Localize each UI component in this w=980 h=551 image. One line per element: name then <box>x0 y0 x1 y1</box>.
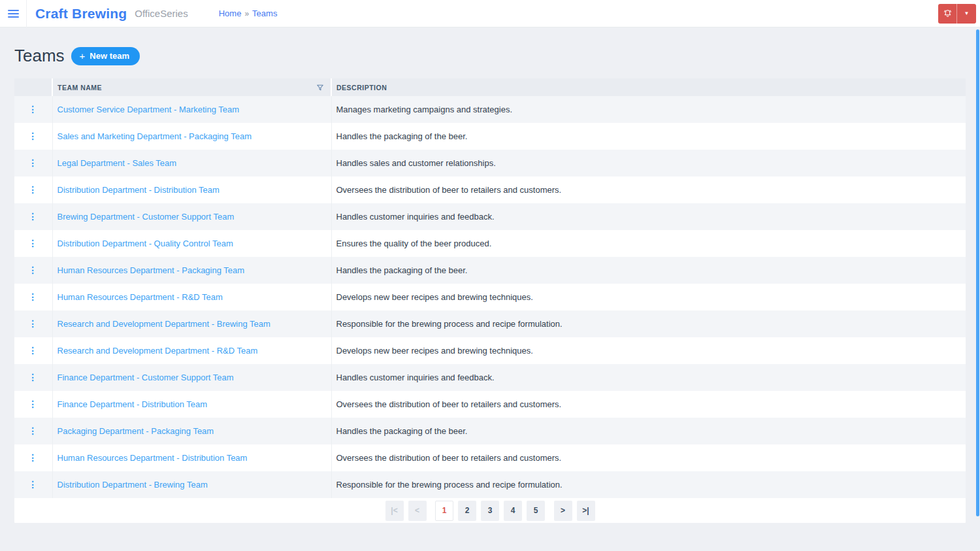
main-content: Teams + New team TEAM NAME <box>0 46 980 523</box>
table-row: ⋮ Distribution Department - Distribution… <box>14 176 966 203</box>
kebab-icon: ⋮ <box>28 372 37 382</box>
page-3-button[interactable]: 3 <box>481 501 499 521</box>
row-menu-button[interactable]: ⋮ <box>23 210 42 223</box>
bell-icon <box>943 8 953 18</box>
brand-suffix: OfficeSeries <box>135 8 188 19</box>
new-team-button[interactable]: + New team <box>71 47 140 65</box>
menu-button[interactable] <box>0 0 27 27</box>
team-description: Oversees the distribution of beer to ret… <box>336 185 562 195</box>
kebab-icon: ⋮ <box>28 238 37 248</box>
team-description: Handles customer inquiries and feedback. <box>336 212 495 222</box>
team-name-link[interactable]: Finance Department - Distribution Team <box>57 399 208 409</box>
teams-table-card: TEAM NAME DESCRIPTION <box>14 78 966 523</box>
table-body: ⋮ Customer Service Department - Marketin… <box>14 96 966 498</box>
breadcrumb-home-link[interactable]: Home <box>219 8 242 18</box>
table-row: ⋮ Human Resources Department - Packaging… <box>14 257 966 284</box>
team-name-column-header[interactable]: TEAM NAME <box>52 78 331 96</box>
team-name-link[interactable]: Distribution Department - Quality Contro… <box>57 239 233 248</box>
page-2-button[interactable]: 2 <box>458 501 476 521</box>
breadcrumb: Home » Teams <box>219 8 278 18</box>
pagination: |< < 1 2 3 4 <box>14 498 966 523</box>
first-page-button[interactable]: |< <box>385 501 404 521</box>
row-menu-button[interactable]: ⋮ <box>23 157 42 169</box>
last-page-button[interactable]: >| <box>577 501 595 521</box>
team-name-link[interactable]: Finance Department - Customer Support Te… <box>57 373 234 382</box>
team-description: Manages marketing campaigns and strategi… <box>336 105 513 114</box>
kebab-icon: ⋮ <box>28 131 37 141</box>
row-menu-button[interactable]: ⋮ <box>23 130 42 142</box>
team-name-link[interactable]: Distribution Department - Brewing Team <box>57 480 208 490</box>
row-menu-button[interactable]: ⋮ <box>23 398 42 410</box>
team-description: Responsible for the brewing process and … <box>336 480 563 490</box>
team-description: Oversees the distribution of beer to ret… <box>336 399 562 409</box>
team-description: Oversees the distribution of beer to ret… <box>336 453 562 463</box>
row-menu-button[interactable]: ⋮ <box>23 237 42 250</box>
page-1-button[interactable]: 1 <box>435 501 453 521</box>
row-menu-button[interactable]: ⋮ <box>23 318 42 330</box>
kebab-icon: ⋮ <box>28 345 37 356</box>
team-name-link[interactable]: Research and Development Department - R&… <box>57 346 258 356</box>
breadcrumb-current-link[interactable]: Teams <box>252 8 277 18</box>
team-description: Develops new beer recipes and brewing te… <box>336 346 533 356</box>
team-name-link[interactable]: Packaging Department - Packaging Team <box>57 426 214 436</box>
table-row: ⋮ Packaging Department - Packaging Team … <box>14 418 966 444</box>
row-menu-button[interactable]: ⋮ <box>23 103 42 116</box>
team-description: Handles the packaging of the beer. <box>336 265 468 275</box>
row-menu-button[interactable]: ⋮ <box>23 452 42 464</box>
table-row: ⋮ Sales and Marketing Department - Packa… <box>14 123 966 150</box>
brand-title: Craft Brewing <box>35 6 127 22</box>
team-name-link[interactable]: Brewing Department - Customer Support Te… <box>57 212 235 222</box>
table-row: ⋮ Distribution Department - Quality Cont… <box>14 230 966 257</box>
next-page-button[interactable]: > <box>554 501 572 521</box>
team-description: Handles customer inquiries and feedback. <box>336 373 495 382</box>
kebab-icon: ⋮ <box>28 452 37 463</box>
description-column-header[interactable]: DESCRIPTION <box>331 78 966 96</box>
notifications-button[interactable] <box>938 4 957 24</box>
team-name-link[interactable]: Human Resources Department - R&D Team <box>57 292 223 302</box>
kebab-icon: ⋮ <box>28 184 37 195</box>
row-menu-button[interactable]: ⋮ <box>23 344 42 357</box>
row-menu-button[interactable]: ⋮ <box>23 184 42 196</box>
hamburger-icon <box>8 8 19 20</box>
table-row: ⋮ Research and Development Department - … <box>14 310 966 337</box>
row-menu-button[interactable]: ⋮ <box>23 291 42 303</box>
new-team-button-label: New team <box>90 51 129 61</box>
title-row: Teams + New team <box>14 46 966 66</box>
team-name-link[interactable]: Distribution Department - Distribution T… <box>57 185 220 195</box>
team-description: Develops new beer recipes and brewing te… <box>336 292 533 302</box>
kebab-icon: ⋮ <box>28 211 37 222</box>
page-4-button[interactable]: 4 <box>504 501 522 521</box>
kebab-icon: ⋮ <box>28 292 37 302</box>
topbar-actions: ▼ <box>938 4 976 24</box>
table-row: ⋮ Legal Department - Sales Team Handles … <box>14 150 966 176</box>
table-row: ⋮ Brewing Department - Customer Support … <box>14 203 966 230</box>
team-description: Handles the packaging of the beer. <box>336 131 468 141</box>
row-menu-button[interactable]: ⋮ <box>23 425 42 437</box>
row-menu-button[interactable]: ⋮ <box>23 478 42 491</box>
funnel-icon[interactable] <box>316 84 324 92</box>
team-name-link[interactable]: Customer Service Department - Marketing … <box>57 105 240 114</box>
team-name-link[interactable]: Human Resources Department - Packaging T… <box>57 265 245 275</box>
kebab-icon: ⋮ <box>28 318 37 329</box>
row-menu-button[interactable]: ⋮ <box>23 264 42 276</box>
kebab-icon: ⋮ <box>28 265 37 275</box>
team-name-link[interactable]: Sales and Marketing Department - Packagi… <box>57 131 252 141</box>
table-row: ⋮ Customer Service Department - Marketin… <box>14 96 966 123</box>
table-row: ⋮ Distribution Department - Brewing Team… <box>14 471 966 498</box>
team-description: Responsible for the brewing process and … <box>336 319 563 329</box>
team-name-link[interactable]: Human Resources Department - Distributio… <box>57 453 248 463</box>
actions-column-header <box>14 78 52 96</box>
previous-page-button[interactable]: < <box>408 501 427 521</box>
page-title: Teams <box>14 46 65 66</box>
table-row: ⋮ Research and Development Department - … <box>14 337 966 364</box>
page-5-button[interactable]: 5 <box>527 501 545 521</box>
account-menu-button[interactable]: ▼ <box>957 4 976 24</box>
vertical-scrollbar-thumb[interactable] <box>976 29 979 516</box>
team-name-link[interactable]: Legal Department - Sales Team <box>57 158 177 168</box>
row-menu-button[interactable]: ⋮ <box>23 371 42 384</box>
breadcrumb-separator: » <box>244 9 249 18</box>
team-description: Ensures the quality of the beer produced… <box>336 239 492 248</box>
table-row: ⋮ Finance Department - Distribution Team… <box>14 391 966 418</box>
team-name-column-label: TEAM NAME <box>57 84 102 92</box>
team-name-link[interactable]: Research and Development Department - Br… <box>57 319 270 329</box>
